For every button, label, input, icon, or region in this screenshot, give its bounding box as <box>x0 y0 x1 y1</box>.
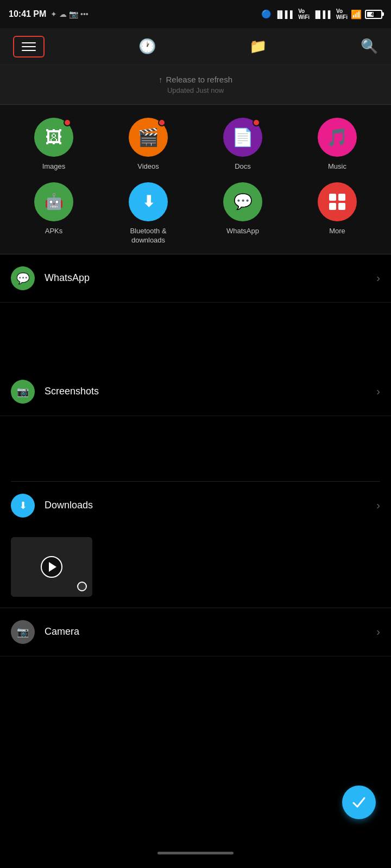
category-whatsapp[interactable]: 💬 WhatsApp <box>198 182 288 245</box>
camera-chevron-icon: › <box>376 626 380 638</box>
whatsapp-section-item[interactable]: 💬 WhatsApp › <box>0 254 391 303</box>
fab-check-icon <box>351 794 367 810</box>
category-docs[interactable]: 📄 Docs <box>198 118 288 171</box>
videos-icon-wrap: 🎬 <box>129 118 168 157</box>
downloads-icon-wrap: ⬇ <box>11 494 35 518</box>
vo-wifi-label: VoWiFi <box>298 8 310 20</box>
hamburger-line-2 <box>22 46 36 47</box>
pull-refresh-main: Release to refresh <box>166 75 232 84</box>
camera-icon: 📷 <box>17 626 29 638</box>
svg-rect-0 <box>329 194 336 201</box>
screenshots-section-icon: 📷 <box>17 386 29 398</box>
toolbar: 🕐 📁 🔍 <box>0 28 391 65</box>
svg-rect-3 <box>338 203 345 210</box>
apks-icon: 🤖 <box>45 193 64 210</box>
images-icon: 🖼 <box>45 127 62 148</box>
screenshots-section-icon-wrap: 📷 <box>11 380 35 404</box>
signal-strength-2: ▐▌▌▌ <box>313 10 333 18</box>
play-triangle-icon <box>49 562 56 572</box>
images-label: Images <box>42 162 66 171</box>
videos-badge <box>158 119 166 126</box>
images-icon-wrap: 🖼 <box>34 118 73 157</box>
notification-icons: ✦ ☁ 📷 ••• <box>51 10 88 18</box>
more-icon-wrap <box>318 182 357 221</box>
videos-label: Videos <box>137 162 159 171</box>
home-indicator[interactable] <box>157 852 234 854</box>
category-grid: 🖼 Images 🎬 Videos 📄 Docs 🎵 Music 🤖 APKs <box>0 105 391 254</box>
category-bluetooth[interactable]: ⬇ Bluetooth &downloads <box>103 182 193 245</box>
downloads-header[interactable]: ⬇ Downloads › <box>0 482 391 529</box>
spacer-4 <box>0 449 391 481</box>
search-icon[interactable]: 🔍 <box>361 38 378 55</box>
arrow-up-icon: ↑ <box>159 75 163 84</box>
music-label: Music <box>328 162 346 171</box>
category-apks[interactable]: 🤖 APKs <box>9 182 99 245</box>
docs-icon: 📄 <box>232 127 254 148</box>
battery-level: 49 <box>371 11 376 17</box>
whatsapp-section-icon-wrap: 💬 <box>11 266 35 290</box>
history-icon[interactable]: 🕐 <box>138 38 156 55</box>
battery-indicator: 49 <box>365 10 382 19</box>
vo-wifi-label-2: VoWiFi <box>336 8 348 20</box>
status-left: 10:41 PM ✦ ☁ 📷 ••• <box>9 9 89 19</box>
apks-icon-wrap: 🤖 <box>34 182 73 221</box>
downloads-icon: ⬇ <box>19 500 27 512</box>
whatsapp-cat-icon: 💬 <box>234 193 253 210</box>
bluetooth-label: Bluetooth &downloads <box>130 227 166 245</box>
music-icon-wrap: 🎵 <box>318 118 357 157</box>
signal-strength: ▐▌▌▌ <box>275 10 295 18</box>
fab-button[interactable] <box>342 786 376 819</box>
bluetooth-dl-icon: ⬇ <box>142 193 155 210</box>
video-thumbnail[interactable] <box>11 537 92 597</box>
bluetooth-icon-wrap: ⬇ <box>129 182 168 221</box>
docs-badge <box>253 119 260 126</box>
downloads-label: Downloads <box>45 500 376 511</box>
svg-rect-1 <box>338 194 345 201</box>
whatsapp-cat-label: WhatsApp <box>226 227 259 236</box>
whatsapp-section-icon: 💬 <box>16 272 30 285</box>
whatsapp-section-label: WhatsApp <box>45 272 376 284</box>
downloads-section: ⬇ Downloads › <box>0 481 391 597</box>
svg-rect-2 <box>329 203 336 210</box>
docs-label: Docs <box>235 162 251 171</box>
status-time: 10:41 PM <box>9 9 46 19</box>
videos-icon: 🎬 <box>137 127 159 148</box>
music-icon: 🎵 <box>326 127 348 148</box>
spacer-3 <box>0 416 391 449</box>
bottom-navigation-bar <box>0 838 391 868</box>
whatsapp-icon-wrap: 💬 <box>223 182 262 221</box>
downloads-chevron-icon: › <box>376 499 380 512</box>
pull-refresh-sub: Updated Just now <box>0 86 391 94</box>
pull-refresh-text: ↑ Release to refresh <box>0 75 391 84</box>
docs-icon-wrap: 📄 <box>223 118 262 157</box>
images-badge <box>64 119 71 126</box>
screenshots-section-label: Screenshots <box>45 386 376 397</box>
hamburger-line-3 <box>22 50 36 51</box>
wifi-icon: 📶 <box>351 9 362 20</box>
screenshots-chevron-icon: › <box>376 385 380 398</box>
more-grid-icon <box>327 192 347 212</box>
play-button[interactable] <box>41 556 62 578</box>
apks-label: APKs <box>45 227 63 236</box>
video-selection-dot <box>77 582 87 591</box>
camera-section-item[interactable]: 📷 Camera › <box>0 608 391 656</box>
spacer-2 <box>0 335 391 368</box>
folder-icon[interactable]: 📁 <box>249 38 267 55</box>
category-images[interactable]: 🖼 Images <box>9 118 99 171</box>
category-music[interactable]: 🎵 Music <box>292 118 382 171</box>
camera-label: Camera <box>45 626 376 637</box>
whatsapp-chevron-icon: › <box>376 272 380 284</box>
category-more[interactable]: More <box>292 182 382 245</box>
hamburger-line-1 <box>22 42 36 43</box>
pull-refresh-banner: ↑ Release to refresh Updated Just now <box>0 65 391 105</box>
status-right: 🔵 ▐▌▌▌ VoWiFi ▐▌▌▌ VoWiFi 📶 49 <box>261 8 382 20</box>
more-label: More <box>329 227 345 236</box>
status-bar: 10:41 PM ✦ ☁ 📷 ••• 🔵 ▐▌▌▌ VoWiFi ▐▌▌▌ Vo… <box>0 0 391 28</box>
spacer-1 <box>0 303 391 335</box>
menu-button[interactable] <box>13 36 45 58</box>
screenshots-section-item[interactable]: 📷 Screenshots › <box>0 368 391 416</box>
category-videos[interactable]: 🎬 Videos <box>103 118 193 171</box>
camera-icon-wrap: 📷 <box>11 620 35 644</box>
bluetooth-icon: 🔵 <box>261 9 272 19</box>
